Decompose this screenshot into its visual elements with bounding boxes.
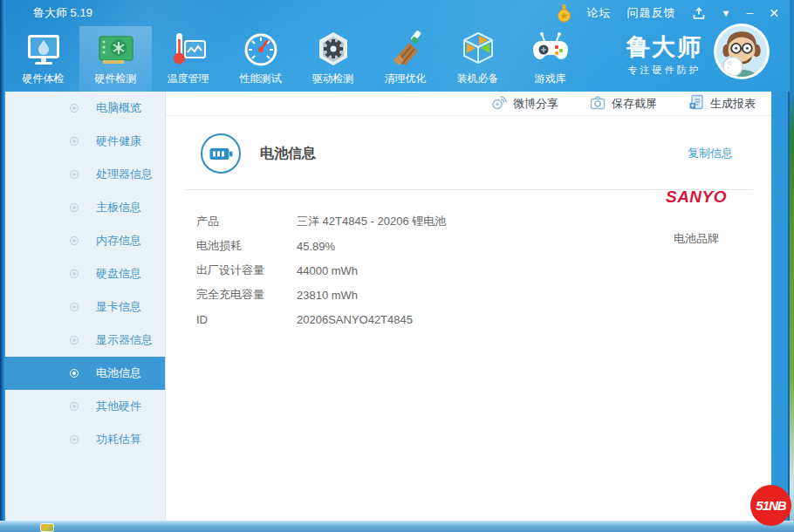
medal-icon[interactable]	[557, 4, 572, 23]
radio-icon	[70, 269, 79, 278]
row-label: ID	[196, 313, 297, 326]
content-area: 微博分享 保存截屏	[166, 92, 771, 521]
toolbar-button-label: 微博分享	[513, 96, 558, 112]
app-window: 鲁大师 5.19 论坛 问题反馈 ▼ ─ ✕	[0, 0, 790, 521]
row-value: 45.89%	[297, 240, 335, 253]
battery-brand-box: SANYO 电池品牌	[651, 174, 742, 247]
sidebar-item-cpu-info[interactable]: 处理器信息	[0, 158, 165, 191]
gamepad-icon	[530, 29, 572, 71]
sidebar-item-other-hardware[interactable]: 其他硬件	[0, 390, 165, 423]
row-value: 三洋 42T4845 - 20206 锂电池	[297, 214, 446, 229]
tab-benchmark[interactable]: 性能测试	[224, 26, 297, 92]
tab-label: 硬件体检	[23, 72, 65, 86]
battery-brand-caption: 电池品牌	[651, 231, 742, 247]
app-title: 鲁大师 5.19	[33, 5, 92, 21]
row-value: 23810 mWh	[297, 289, 358, 302]
tab-label: 游戏库	[535, 72, 566, 86]
benchmark-gauge-icon	[240, 29, 282, 71]
sidebar-item-motherboard-info[interactable]: 主板信息	[0, 191, 165, 224]
cleanup-broom-icon	[385, 29, 427, 71]
table-row: 出厂设计容量 44000 mWh	[196, 258, 771, 283]
generate-report-button[interactable]: 生成报表	[688, 94, 756, 113]
radio-icon	[70, 104, 79, 113]
tab-label: 装机必备	[457, 72, 499, 86]
chevron-down-icon[interactable]: ▼	[722, 9, 731, 18]
upload-icon[interactable]	[692, 7, 706, 20]
sidebar-item-label: 电池信息	[96, 365, 141, 381]
panel-header: 电池信息 复制信息	[166, 116, 771, 174]
radio-icon	[70, 137, 79, 146]
radio-icon	[70, 236, 79, 245]
save-screenshot-button[interactable]: 保存截屏	[590, 95, 657, 113]
weibo-share-button[interactable]: 微博分享	[490, 94, 558, 113]
battery-icon	[201, 133, 241, 174]
sidebar-item-disk-info[interactable]: 硬盘信息	[0, 257, 165, 290]
toolbar-button-label: 生成报表	[710, 96, 756, 112]
tab-label: 性能测试	[240, 72, 282, 86]
sidebar-item-label: 主板信息	[96, 200, 141, 215]
titlebar: 鲁大师 5.19 论坛 问题反馈 ▼ ─ ✕	[0, 0, 790, 26]
window-chrome: 鲁大师 5.19 论坛 问题反馈 ▼ ─ ✕	[0, 0, 790, 92]
main-nav: 硬件体检	[7, 26, 586, 92]
watermark-text: 51NB	[756, 498, 785, 513]
sidebar-item-label: 其他硬件	[96, 399, 141, 414]
pc-checkup-icon	[23, 29, 65, 71]
table-row: ID 20206SANYO42T4845	[196, 307, 771, 331]
radio-icon	[70, 303, 79, 311]
tab-label: 温度管理	[168, 72, 209, 86]
tab-pc-checkup[interactable]: 硬件体检	[7, 26, 79, 92]
row-label: 产品	[196, 214, 297, 229]
row-label: 完全充电容量	[196, 287, 297, 303]
tab-hardware-test[interactable]: 硬件检测	[79, 26, 152, 92]
desktop-wallpaper-sliver	[790, 0, 794, 521]
sidebar-item-monitor-info[interactable]: 显示器信息	[0, 324, 165, 357]
sidebar-item-battery-info[interactable]: 电池信息	[0, 357, 165, 390]
hardware-test-icon	[95, 29, 137, 71]
sidebar-item-memory-info[interactable]: 内存信息	[0, 224, 165, 257]
start-orb-fragment	[40, 523, 54, 532]
sidebar-item-label: 显示器信息	[96, 332, 153, 348]
radio-icon	[70, 402, 79, 411]
sidebar-item-label: 硬盘信息	[96, 266, 141, 282]
radio-icon	[70, 369, 79, 378]
forum-link[interactable]: 论坛	[587, 5, 612, 21]
sidebar-item-power-estimate[interactable]: 功耗估算	[0, 423, 165, 456]
essentials-cube-icon	[457, 29, 499, 71]
mascot-avatar[interactable]	[714, 24, 770, 79]
close-button[interactable]: ✕	[769, 6, 779, 20]
sidebar-item-hardware-health[interactable]: 硬件健康	[0, 125, 165, 158]
tab-essentials[interactable]: 装机必备	[441, 26, 514, 92]
toolbar-button-label: 保存截屏	[612, 96, 657, 112]
weibo-icon	[490, 94, 507, 113]
tab-cleanup[interactable]: 清理优化	[369, 26, 441, 92]
row-label: 电池损耗	[196, 238, 297, 254]
radio-icon	[70, 336, 79, 344]
sidebar-item-label: 电脑概览	[96, 100, 141, 116]
row-label: 出厂设计容量	[196, 263, 297, 278]
tab-label: 清理优化	[385, 72, 427, 86]
brand-slogan: 专注硬件防护	[626, 64, 702, 77]
tab-game-library[interactable]: 游戏库	[514, 26, 586, 92]
sidebar-item-label: 处理器信息	[96, 167, 153, 182]
temperature-icon	[168, 29, 209, 71]
sidebar-item-pc-overview[interactable]: 电脑概览	[0, 92, 165, 125]
camera-icon	[590, 95, 606, 113]
sidebar-item-label: 硬件健康	[96, 133, 141, 149]
row-value: 44000 mWh	[297, 264, 358, 277]
copy-info-link[interactable]: 复制信息	[688, 146, 733, 161]
sidebar: 电脑概览 硬件健康 处理器信息 主板信息 内存信息 硬盘信息 显卡信息 显示器	[0, 92, 166, 521]
sidebar-item-label: 内存信息	[96, 233, 141, 249]
taskbar-strip	[0, 521, 794, 532]
tab-label: 硬件检测	[95, 72, 137, 86]
brand-name: 鲁大师	[626, 35, 702, 61]
table-row: 完全充电容量 23810 mWh	[196, 283, 771, 307]
sidebar-item-gpu-info[interactable]: 显卡信息	[0, 290, 165, 324]
feedback-link[interactable]: 问题反馈	[627, 5, 676, 21]
watermark-51nb: 51NB	[750, 485, 791, 526]
radio-icon	[70, 435, 79, 444]
sidebar-item-label: 显卡信息	[96, 299, 141, 315]
tab-driver[interactable]: 驱动检测	[297, 26, 369, 92]
minimize-button[interactable]: ─	[746, 9, 753, 18]
window-left-border	[0, 0, 5, 521]
tab-temperature[interactable]: 温度管理	[152, 26, 224, 92]
